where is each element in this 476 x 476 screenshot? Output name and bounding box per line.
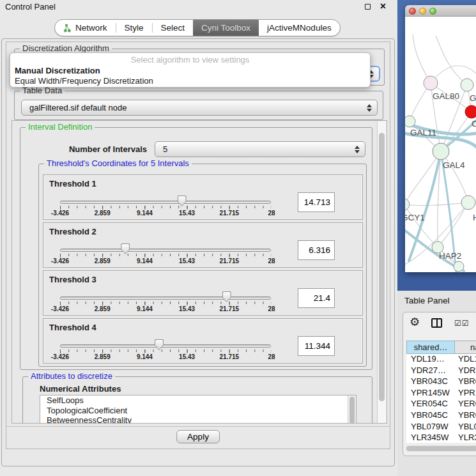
- slider-thumb[interactable]: [121, 243, 130, 254]
- network-canvas[interactable]: GAL80GACGAL11GAL4GCY1HHAP2: [405, 17, 476, 272]
- table-data-value: galFiltered.sif default node: [29, 100, 127, 116]
- tick-label: 15.43: [179, 210, 195, 217]
- network-edge[interactable]: [405, 203, 468, 206]
- slider-thumb[interactable]: [155, 339, 164, 350]
- network-window: GAL80GACGAL11GAL4GCY1HHAP2: [405, 5, 476, 272]
- network-node[interactable]: [454, 261, 464, 272]
- network-edge[interactable]: [436, 36, 467, 85]
- cell-shared-name: YDL19…: [406, 354, 455, 365]
- tick-label: 9.144: [137, 257, 153, 265]
- cell-name: YBL0: [455, 422, 476, 433]
- node-label: GA: [470, 93, 476, 103]
- tab-style-label: Style: [125, 23, 144, 33]
- threshold-value-field[interactable]: [298, 336, 335, 356]
- list-scrollbar[interactable]: [348, 395, 356, 424]
- threshold-value-field[interactable]: [298, 240, 335, 260]
- right-section: GAL80GACGAL11GAL4GCY1HHAP2 Table Panel ⚙…: [397, 0, 476, 476]
- select-columns-icon[interactable]: ☑☑: [454, 319, 470, 328]
- number-of-intervals-combobox[interactable]: 5: [155, 141, 365, 157]
- table-row[interactable]: YDR27…YDR2: [406, 365, 476, 377]
- table-row[interactable]: YBR043CYBR0: [406, 376, 476, 388]
- tick-label: 2.859: [95, 353, 111, 360]
- cell-shared-name: YBR043C: [406, 376, 455, 388]
- threshold-slider[interactable]: [60, 296, 271, 300]
- number-of-intervals-value: 5: [163, 142, 167, 157]
- minimize-traffic-light[interactable]: [419, 8, 426, 15]
- algorithm-option-equal-width[interactable]: Equal Width/Frequency Discretization: [15, 76, 153, 86]
- cell-shared-name: YLR345W: [406, 433, 455, 443]
- algorithm-option-manual[interactable]: Manual Discretization: [15, 66, 100, 75]
- threshold-label: Threshold 4: [49, 323, 96, 332]
- table-data-combobox[interactable]: galFiltered.sif default node: [21, 100, 378, 116]
- threshold-panel: Threshold 2 -3.4262.8599.14415.4321.7152…: [43, 222, 363, 268]
- table-row[interactable]: YLR345WYLR3: [406, 433, 476, 443]
- column-header-name[interactable]: na: [455, 341, 476, 354]
- network-window-titlebar[interactable]: [405, 5, 476, 17]
- top-tab-bar: Network Style Select Cyni Toolbox jActiv…: [54, 19, 341, 36]
- zoom-traffic-light[interactable]: [429, 8, 436, 15]
- columns-icon[interactable]: [431, 318, 442, 328]
- threshold-slider[interactable]: [60, 201, 271, 204]
- threshold-slider[interactable]: [60, 249, 271, 252]
- table-row[interactable]: YBL079WYBL0: [406, 422, 476, 433]
- network-node[interactable]: [433, 143, 449, 160]
- threshold-label: Threshold 3: [49, 275, 96, 284]
- tick-label: 21.715: [220, 257, 240, 265]
- algorithm-popup-header: Select algorithm to view settings: [10, 55, 370, 65]
- close-icon[interactable]: ×: [380, 1, 386, 12]
- cell-name: YDL1: [455, 354, 476, 365]
- tick-label: 9.144: [137, 305, 153, 312]
- threshold-slider[interactable]: [60, 344, 271, 348]
- network-node[interactable]: [465, 105, 476, 118]
- tick-label: 9.144: [137, 353, 153, 360]
- thresholds-group: Threshold's Coordinates for 5 Intervals …: [38, 164, 367, 367]
- list-item[interactable]: BetweennessCentrality: [40, 415, 356, 424]
- table-row[interactable]: YPR145WYPR1: [406, 388, 476, 399]
- network-edge[interactable]: [413, 35, 431, 83]
- gear-icon[interactable]: ⚙: [410, 316, 420, 328]
- table-rows: YDL19…YDL1YDR27…YDR2YBR043CYBR0YPR145WYP…: [406, 354, 476, 443]
- close-traffic-light[interactable]: [409, 8, 416, 15]
- threshold-value-field[interactable]: [298, 192, 335, 212]
- algorithm-group-title: Discretization Algorithm: [20, 43, 112, 53]
- network-node[interactable]: [405, 199, 410, 210]
- slider-tick-labels: -3.4262.8599.14415.4321.71528: [60, 305, 272, 313]
- cell-shared-name: YPR145W: [406, 388, 455, 399]
- float-window-icon[interactable]: [365, 4, 371, 10]
- control-panel-titlebar: Control Panel ×: [0, 0, 396, 14]
- network-node[interactable]: [405, 116, 415, 127]
- table-row[interactable]: YBR045CYBR0: [406, 410, 476, 422]
- cell-shared-name: YER054C: [406, 399, 455, 410]
- table-hscrollbar[interactable]: [406, 445, 476, 452]
- tick-label: 2.859: [95, 210, 111, 217]
- table-data-group: Table Data galFiltered.sif default node: [14, 91, 383, 120]
- threshold-panel: Threshold 4 -3.4262.8599.14415.4321.7152…: [43, 318, 363, 364]
- table-row[interactable]: YDL19…YDL1: [406, 354, 476, 365]
- cell-name: YPR1: [455, 388, 476, 399]
- tick-label: 15.43: [179, 353, 195, 360]
- list-item[interactable]: TopologicalCoefficient: [40, 406, 356, 416]
- node-label: HAP2: [439, 251, 461, 261]
- tick-label: 9.144: [137, 210, 153, 217]
- network-node[interactable]: [461, 196, 475, 210]
- tab-cyni-toolbox[interactable]: Cyni Toolbox: [193, 20, 259, 36]
- network-node[interactable]: [424, 76, 438, 90]
- tick-label: -3.426: [51, 305, 69, 312]
- slider-thumb[interactable]: [178, 196, 187, 206]
- table-row[interactable]: YER054CYER0: [406, 399, 476, 410]
- tab-jactivemnodules[interactable]: jActiveMNodules: [259, 20, 340, 36]
- tab-select[interactable]: Select: [153, 20, 194, 36]
- tab-network[interactable]: Network: [55, 20, 116, 36]
- table-panel-box: ⚙ ☑☑ shared… na YDL19…YDL1YDR27…YDR2YBR0…: [403, 312, 476, 456]
- network-node[interactable]: [461, 79, 473, 91]
- slider-thumb[interactable]: [222, 291, 231, 302]
- settings-scrollbar[interactable]: [377, 121, 386, 424]
- tab-cyni-toolbox-label: Cyni Toolbox: [201, 23, 250, 33]
- list-item[interactable]: SelfLoops: [40, 395, 356, 406]
- apply-button[interactable]: Apply: [176, 430, 220, 443]
- tab-network-label: Network: [75, 23, 107, 33]
- tab-style[interactable]: Style: [116, 20, 152, 36]
- column-header-shared-name[interactable]: shared…: [406, 341, 455, 354]
- thresholds-group-title: Threshold's Coordinates for 5 Intervals: [44, 158, 192, 168]
- threshold-value-field[interactable]: [298, 288, 335, 308]
